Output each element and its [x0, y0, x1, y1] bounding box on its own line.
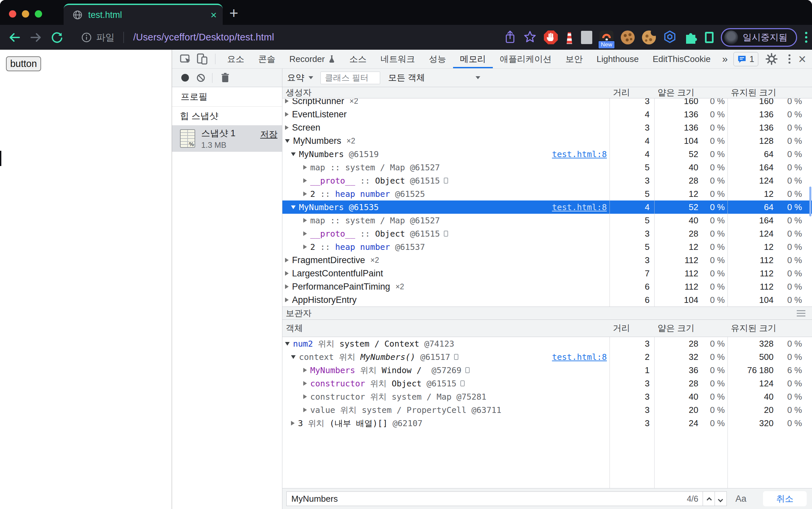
expand-arrow-icon[interactable] [303, 408, 307, 412]
sidebar-extension-icon[interactable] [705, 32, 714, 43]
heap-row[interactable]: ScriptRunner×231600 %1600 % [282, 98, 812, 108]
retainer-row[interactable]: context 위치 MyNumbers() @61517test.html:8… [282, 350, 812, 364]
heap-row[interactable]: MyNumbers×241040 %1280 % [282, 134, 812, 147]
profile-button[interactable]: 일시중지됨 [721, 28, 797, 47]
heap-row[interactable]: LargestContentfulPaint71120 %1120 % [282, 267, 812, 280]
tab-네트워크[interactable]: 네트워크 [374, 50, 422, 68]
take-snapshot-button[interactable] [181, 74, 189, 81]
expand-arrow-icon[interactable] [285, 258, 289, 263]
tab-close-icon[interactable]: × [210, 10, 217, 20]
collapse-arrow-icon[interactable] [285, 342, 290, 346]
tab-애플리케이션[interactable]: 애플리케이션 [493, 50, 559, 68]
tab-콘솔[interactable]: 콘솔 [251, 50, 282, 68]
issues-button[interactable]: 1 [734, 52, 758, 66]
source-link[interactable]: test.html:8 [552, 149, 607, 159]
address-bar[interactable]: 파일 /Users/yceffort/Desktop/test.html [81, 31, 274, 44]
expand-arrow-icon[interactable] [303, 368, 307, 372]
heap-row[interactable]: __proto__ :: Object @615153280 %1240 % [282, 174, 812, 187]
info-icon[interactable] [81, 32, 92, 43]
tab-보안[interactable]: 보안 [559, 50, 589, 68]
expand-arrow-icon[interactable] [303, 381, 307, 386]
collapse-arrow-icon[interactable] [291, 205, 296, 209]
column-header-constructor[interactable]: 생성자 [282, 87, 609, 98]
retainer-row[interactable]: constructor 위치 system / Map @752813400 %… [282, 390, 812, 403]
extensions-puzzle-icon[interactable] [684, 30, 698, 45]
search-previous-button[interactable] [703, 491, 715, 506]
new-tab-button[interactable]: + [229, 4, 238, 22]
delete-snapshot-trash-icon[interactable] [221, 73, 230, 83]
heap-row[interactable]: AppHistoryEntry61040 %1040 % [282, 293, 812, 307]
tab-Lighthouse[interactable]: Lighthouse [589, 50, 646, 68]
scrollbar-marker[interactable] [809, 186, 811, 216]
heap-row[interactable]: 2 :: heap number @615375120 %120 % [282, 240, 812, 253]
heap-row[interactable]: map :: system / Map @615275400 %1640 % [282, 161, 812, 174]
inspect-element-icon[interactable] [180, 53, 192, 65]
reload-button[interactable] [50, 31, 64, 44]
collapse-arrow-icon[interactable] [285, 139, 290, 143]
tab-Recorder[interactable]: Recorder [282, 50, 342, 68]
tab-소스[interactable]: 소스 [342, 50, 374, 68]
heap-row[interactable]: PerformancePaintTiming×261120 %1120 % [282, 280, 812, 293]
devtools-menu-icon[interactable] [788, 54, 790, 64]
expand-arrow-icon[interactable] [285, 284, 289, 289]
column-header-shallow-size[interactable]: 얕은 크기 [654, 323, 728, 334]
extension-placeholder-icon[interactable] [581, 31, 592, 44]
window-maximize-button[interactable] [35, 10, 42, 18]
heap-row[interactable]: MyNumbers @61519test.html:84520 %640 % [282, 147, 812, 161]
expand-arrow-icon[interactable] [291, 421, 295, 426]
match-case-button[interactable]: Aa [736, 494, 746, 504]
tab-성능[interactable]: 성능 [422, 50, 453, 68]
search-next-button[interactable] [715, 491, 727, 506]
back-button[interactable] [8, 31, 21, 44]
expand-arrow-icon[interactable] [303, 231, 307, 236]
expand-arrow-icon[interactable] [285, 112, 289, 116]
retainer-row[interactable]: value 위치 system / PropertyCell @63711320… [282, 403, 812, 416]
object-scope-select[interactable]: 모든 객체 [388, 72, 480, 83]
expand-arrow-icon[interactable] [303, 165, 307, 170]
heap-row[interactable]: MyNumbers @61535test.html:84520 %640 % [282, 201, 812, 214]
clear-profiles-icon[interactable] [197, 74, 205, 82]
expand-arrow-icon[interactable] [303, 394, 307, 399]
window-close-button[interactable] [9, 10, 16, 18]
forward-button[interactable] [29, 31, 42, 44]
lighthouse-extension-icon[interactable] [565, 31, 574, 44]
cookie-editor-extension-icon[interactable] [642, 31, 656, 44]
column-header-object[interactable]: 객체 [282, 323, 609, 334]
browser-menu-icon[interactable] [805, 32, 807, 43]
expand-arrow-icon[interactable] [303, 178, 307, 183]
snapshot-list-item[interactable]: % 스냅샷 1 1.3 MB 저장 [172, 125, 282, 152]
bookmark-star-icon[interactable] [523, 30, 537, 45]
heap-row[interactable]: FragmentDirective×231120 %1120 % [282, 253, 812, 267]
retainer-row[interactable]: MyNumbers 위치 Window / @572691360 %76 180… [282, 364, 812, 377]
tab-EditThisCookie[interactable]: EditThisCookie [646, 50, 717, 68]
window-minimize-button[interactable] [22, 10, 29, 18]
expand-arrow-icon[interactable] [285, 125, 289, 130]
more-tabs-button[interactable]: » [717, 53, 733, 65]
column-header-retained-size[interactable]: 유지된 크기 [728, 87, 812, 98]
retainers-header-bar[interactable]: 보관자 [282, 307, 812, 320]
speedometer-extension-icon[interactable]: New [600, 31, 613, 44]
retainer-row[interactable]: constructor 위치 Object @615153280 %1240 % [282, 377, 812, 390]
column-header-retained-size[interactable]: 유지된 크기 [728, 323, 812, 334]
search-input[interactable] [286, 491, 703, 506]
heap-row[interactable]: map :: system / Map @615275400 %1640 % [282, 214, 812, 227]
collapse-arrow-icon[interactable] [291, 355, 296, 359]
tab-메모리[interactable]: 메모리 [453, 50, 493, 68]
expand-arrow-icon[interactable] [303, 218, 307, 223]
tab-요소[interactable]: 요소 [220, 50, 251, 68]
collapse-arrow-icon[interactable] [291, 152, 296, 156]
retainer-row[interactable]: num2 위치 system / Context @741233280 %328… [282, 337, 812, 350]
share-icon[interactable] [504, 30, 516, 45]
class-filter-input[interactable] [320, 72, 380, 84]
hexagon-extension-icon[interactable] [663, 30, 676, 45]
save-snapshot-link[interactable]: 저장 [260, 129, 277, 140]
column-header-distance[interactable]: 거리 [609, 323, 654, 334]
search-cancel-button[interactable]: 취소 [763, 491, 807, 506]
browser-tab[interactable]: test.html × [64, 4, 223, 25]
source-link[interactable]: test.html:8 [552, 352, 607, 362]
expand-arrow-icon[interactable] [303, 244, 307, 249]
retainers-menu-icon[interactable] [797, 310, 805, 316]
device-toolbar-icon[interactable] [196, 53, 208, 65]
expand-arrow-icon[interactable] [285, 99, 289, 103]
expand-arrow-icon[interactable] [285, 271, 289, 276]
